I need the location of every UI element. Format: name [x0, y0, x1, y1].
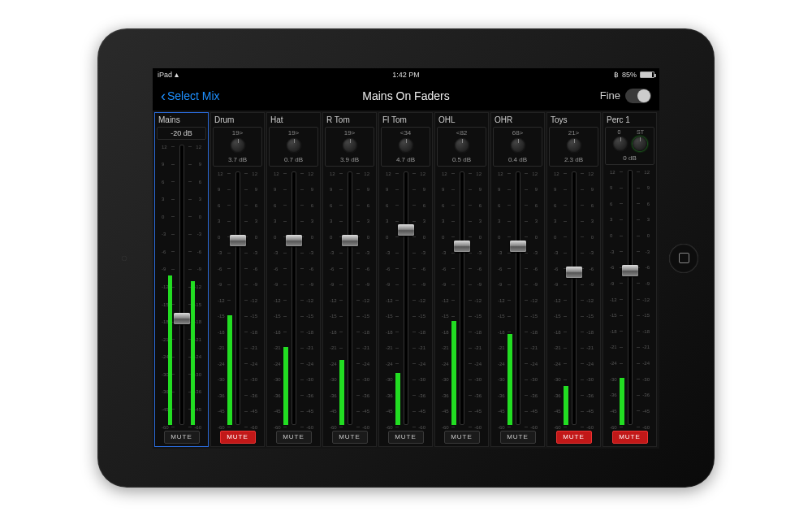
status-time: 1:42 PM — [392, 71, 420, 79]
pan-value: 21> — [568, 129, 580, 137]
mute-button[interactable]: MUTE — [332, 431, 368, 444]
channel-name: Toys — [549, 115, 568, 125]
level-meter — [620, 378, 624, 425]
scale-tick: -60-60 — [442, 425, 482, 430]
level-meter — [564, 386, 568, 425]
battery-icon — [640, 72, 654, 78]
channel-name: OHR — [493, 115, 512, 125]
mute-button[interactable]: MUTE — [556, 431, 592, 444]
pan-knob[interactable] — [399, 138, 413, 153]
scale-tick: -60-60 — [274, 425, 313, 430]
mute-button[interactable]: MUTE — [612, 431, 648, 444]
pan-box: 19>3.9 dB — [325, 127, 374, 167]
fader-area: 121299663300-3-3-6-6-9-9-12-12-15-15-18-… — [549, 168, 598, 428]
level-meter — [339, 360, 344, 425]
scale-tick: -60-60 — [498, 425, 538, 430]
fader-track[interactable] — [404, 171, 408, 425]
gain-value: 3.9 dB — [340, 154, 359, 164]
pan-box: 19>3.7 dB — [213, 127, 262, 167]
fader-cap[interactable] — [510, 241, 526, 252]
gain-value: 0.7 dB — [284, 154, 303, 164]
fader-track[interactable] — [572, 171, 577, 425]
fader-track[interactable] — [516, 171, 520, 425]
fader-cap[interactable] — [342, 235, 358, 246]
pan-knob[interactable] — [511, 138, 525, 153]
wifi-icon: ▴ — [175, 70, 179, 79]
back-label: Select Mix — [167, 89, 220, 102]
fader-cap[interactable] — [454, 241, 470, 252]
fader-track[interactable] — [179, 145, 184, 425]
pan-value: <82 — [456, 129, 468, 137]
scale-tick: -60-60 — [386, 425, 425, 430]
bluetooth-icon: ฿ — [614, 71, 619, 79]
channel-name: R Tom — [325, 115, 350, 125]
channel-strip: Toys21>2.3 dB121299663300-3-3-6-6-9-9-12… — [546, 112, 601, 447]
fader-cap[interactable] — [566, 267, 582, 278]
status-left: iPad ▴ — [158, 70, 179, 79]
fader-area: 121299663300-3-3-6-6-9-9-12-12-15-15-18-… — [157, 141, 206, 428]
fader-track[interactable] — [628, 170, 633, 425]
pan-knob[interactable] — [231, 138, 245, 153]
fader-cap[interactable] — [622, 265, 638, 276]
channel-strip: Fl Tom<344.7 dB121299663300-3-3-6-6-9-9-… — [378, 112, 433, 447]
mute-button[interactable]: MUTE — [388, 431, 424, 444]
mute-button[interactable]: MUTE — [220, 431, 256, 444]
mute-button[interactable]: MUTE — [276, 431, 312, 444]
chevron-left-icon: ‹ — [161, 89, 166, 103]
mute-button[interactable]: MUTE — [444, 431, 480, 444]
page-title: Mains On Faders — [362, 89, 449, 102]
scale-tick: -60-60 — [162, 425, 201, 430]
gain-value: 0 dB — [623, 153, 636, 163]
mute-button[interactable]: MUTE — [164, 431, 200, 444]
status-bar: iPad ▴ 1:42 PM ฿ 85% — [153, 68, 659, 81]
level-meter — [227, 315, 232, 424]
fader-track[interactable] — [460, 171, 464, 425]
pan-box: 19>0.7 dB — [269, 127, 318, 167]
fader-cap[interactable] — [286, 235, 302, 246]
scale-tick: -60-60 — [330, 425, 369, 430]
fine-label: Fine — [600, 89, 620, 102]
master-db: -20 dB — [157, 127, 206, 140]
pan-knob[interactable] — [287, 138, 301, 153]
pan-value: 19> — [344, 129, 356, 137]
home-button[interactable] — [669, 244, 698, 273]
fader-area: 121299663300-3-3-6-6-9-9-12-12-15-15-18-… — [605, 167, 654, 428]
ipad-frame: iPad ▴ 1:42 PM ฿ 85% ‹ Select Mix Mains … — [97, 28, 715, 488]
pan-knob[interactable] — [343, 138, 357, 153]
channel-strip: R Tom19>3.9 dB121299663300-3-3-6-6-9-9-1… — [322, 112, 377, 447]
fader-track[interactable] — [292, 171, 296, 425]
gain-value: 2.3 dB — [564, 154, 583, 164]
pan-knob-l[interactable] — [613, 137, 628, 151]
mixer: Mains-20 dB121299663300-3-3-6-6-9-9-12-1… — [153, 111, 659, 449]
pan-value: 19> — [232, 129, 244, 137]
fader-cap[interactable] — [398, 224, 414, 236]
camera-dot — [122, 256, 127, 261]
channel-name: Fl Tom — [381, 115, 407, 125]
scale-tick: -60-60 — [218, 425, 257, 430]
fader-cap[interactable] — [230, 235, 246, 246]
channel-strip: OHL<820.5 dB121299663300-3-3-6-6-9-9-12-… — [434, 112, 489, 447]
back-button[interactable]: ‹ Select Mix — [161, 89, 220, 103]
pan-value: 68> — [512, 129, 524, 137]
level-meter — [168, 275, 172, 425]
pan-box: 21>2.3 dB — [549, 127, 598, 167]
fader-track[interactable] — [348, 171, 352, 425]
battery-pct: 85% — [622, 71, 637, 79]
fader-area: 121299663300-3-3-6-6-9-9-12-12-15-15-18-… — [325, 168, 374, 428]
level-meter — [283, 347, 288, 425]
fine-switch[interactable] — [625, 89, 651, 103]
pan-box: 0ST0 dB — [605, 127, 654, 165]
fader-track[interactable] — [235, 171, 240, 425]
pan-knob[interactable] — [455, 138, 469, 153]
channel-name: Perc 1 — [605, 115, 630, 125]
fine-toggle-group: Fine — [600, 89, 651, 103]
pan-knob-r[interactable] — [633, 137, 647, 151]
pan-knob[interactable] — [567, 138, 581, 153]
gain-value: 3.7 dB — [228, 154, 247, 164]
pan-value: <34 — [400, 129, 412, 137]
fader-cap[interactable] — [174, 313, 190, 324]
fader-area: 121299663300-3-3-6-6-9-9-12-12-15-15-18-… — [213, 168, 262, 428]
nav-bar: ‹ Select Mix Mains On Faders Fine — [153, 81, 659, 111]
level-meter — [395, 373, 400, 425]
mute-button[interactable]: MUTE — [500, 431, 536, 444]
